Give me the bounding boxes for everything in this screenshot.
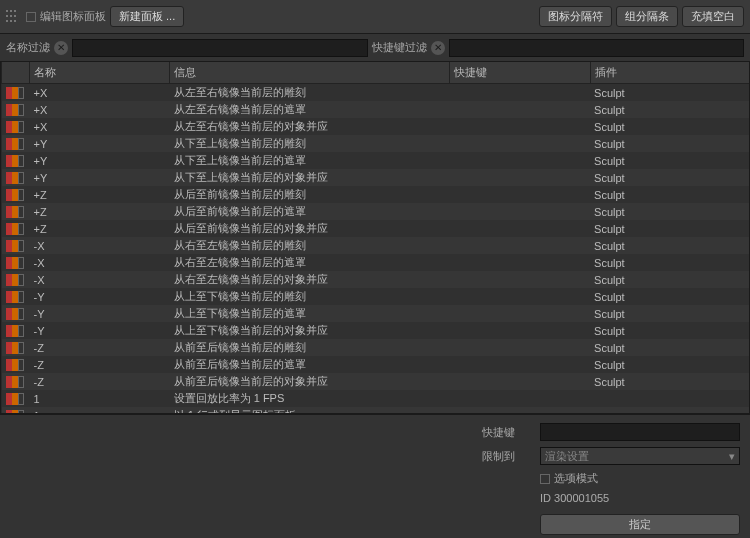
table-row[interactable]: -X从右至左镜像当前层的对象并应Sculpt命令 <box>2 271 751 288</box>
table-header-row: 名称 信息 快捷键 插件 类型 <box>2 62 751 84</box>
row-plugin <box>590 407 750 414</box>
row-icons <box>6 87 26 99</box>
row-name: +X <box>30 101 170 118</box>
table-row[interactable]: +Z从后至前镜像当前层的雕刻Sculpt命令 <box>2 186 751 203</box>
icon-separator-button[interactable]: 图标分隔符 <box>539 6 612 27</box>
table-row[interactable]: +X从左至右镜像当前层的雕刻Sculpt命令 <box>2 84 751 102</box>
row-info: 从左至右镜像当前层的对象并应 <box>170 118 450 135</box>
row-name: -X <box>30 237 170 254</box>
row-info: 从上至下镜像当前层的遮罩 <box>170 305 450 322</box>
row-key <box>450 169 590 186</box>
row-info: 从上至下镜像当前层的对象并应 <box>170 322 450 339</box>
col-plugin-header[interactable]: 插件 <box>590 62 750 84</box>
row-icons <box>6 138 26 150</box>
row-icons <box>6 240 26 252</box>
edit-panel-checkbox[interactable] <box>26 12 36 22</box>
clear-name-filter-icon[interactable]: ✕ <box>54 41 68 55</box>
row-plugin: Sculpt <box>590 373 750 390</box>
table-row[interactable]: +Y从下至上镜像当前层的对象并应Sculpt命令 <box>2 169 751 186</box>
row-plugin: Sculpt <box>590 118 750 135</box>
fill-space-button[interactable]: 充填空白 <box>682 6 744 27</box>
row-name: -Y <box>30 305 170 322</box>
col-info-header[interactable]: 信息 <box>170 62 450 84</box>
row-info: 从下至上镜像当前层的遮罩 <box>170 152 450 169</box>
row-info: 从下至上镜像当前层的对象并应 <box>170 169 450 186</box>
row-key <box>450 237 590 254</box>
row-plugin: Sculpt <box>590 288 750 305</box>
row-key <box>450 322 590 339</box>
row-key <box>450 118 590 135</box>
row-name: -Z <box>30 373 170 390</box>
name-filter-input[interactable] <box>72 39 368 57</box>
row-plugin: Sculpt <box>590 203 750 220</box>
row-plugin: Sculpt <box>590 169 750 186</box>
row-name: 1 <box>30 390 170 407</box>
row-name: -Y <box>30 322 170 339</box>
grip-icon[interactable] <box>6 10 20 24</box>
table-row[interactable]: -Y从上至下镜像当前层的雕刻Sculpt命令 <box>2 288 751 305</box>
table-row[interactable]: -Z从前至后镜像当前层的对象并应Sculpt命令 <box>2 373 751 390</box>
clear-key-filter-icon[interactable]: ✕ <box>431 41 445 55</box>
row-plugin: Sculpt <box>590 237 750 254</box>
row-icons <box>6 189 26 201</box>
row-icons <box>6 393 26 405</box>
col-key-header[interactable]: 快捷键 <box>450 62 590 84</box>
detail-restrict-select[interactable]: 渲染设置▾ <box>540 447 740 465</box>
table-row[interactable]: -Z从前至后镜像当前层的遮罩Sculpt命令 <box>2 356 751 373</box>
row-key <box>450 152 590 169</box>
row-plugin: Sculpt <box>590 152 750 169</box>
new-panel-button[interactable]: 新建面板 ... <box>110 6 184 27</box>
row-info: 从前至后镜像当前层的雕刻 <box>170 339 450 356</box>
filter-bar: 名称过滤 ✕ 快捷键过滤 ✕ <box>0 34 750 62</box>
command-table-scroll[interactable]: 名称 信息 快捷键 插件 类型 +X从左至右镜像当前层的雕刻Sculpt命令+X… <box>0 62 750 414</box>
row-icons <box>6 206 26 218</box>
table-row[interactable]: +X从左至右镜像当前层的遮罩Sculpt命令 <box>2 101 751 118</box>
detail-key-label: 快捷键 <box>482 425 532 440</box>
row-icons <box>6 155 26 167</box>
row-name: +Y <box>30 135 170 152</box>
row-name: -X <box>30 271 170 288</box>
row-icons <box>6 274 26 286</box>
table-row[interactable]: -Z从前至后镜像当前层的雕刻Sculpt命令 <box>2 339 751 356</box>
row-info: 从后至前镜像当前层的雕刻 <box>170 186 450 203</box>
table-row[interactable]: +Z从后至前镜像当前层的对象并应Sculpt命令 <box>2 220 751 237</box>
table-row[interactable]: -X从右至左镜像当前层的遮罩Sculpt命令 <box>2 254 751 271</box>
row-key <box>450 271 590 288</box>
command-table: 名称 信息 快捷键 插件 类型 +X从左至右镜像当前层的雕刻Sculpt命令+X… <box>1 62 750 414</box>
row-info: 以 1 行或列显示图标面板 <box>170 407 450 414</box>
row-key <box>450 220 590 237</box>
key-filter-input[interactable] <box>449 39 745 57</box>
row-plugin: Sculpt <box>590 322 750 339</box>
table-row[interactable]: -X从右至左镜像当前层的雕刻Sculpt命令 <box>2 237 751 254</box>
row-name: 1 <box>30 407 170 414</box>
table-row[interactable]: 1以 1 行或列显示图标面板命令 <box>2 407 751 414</box>
detail-restrict-label: 限制到 <box>482 449 532 464</box>
detail-key-input[interactable] <box>540 423 740 441</box>
assign-button[interactable]: 指定 <box>540 514 740 535</box>
table-row[interactable]: +Z从后至前镜像当前层的遮罩Sculpt命令 <box>2 203 751 220</box>
table-row[interactable]: +Y从下至上镜像当前层的遮罩Sculpt命令 <box>2 152 751 169</box>
row-icons <box>6 308 26 320</box>
row-key <box>450 305 590 322</box>
table-row[interactable]: -Y从上至下镜像当前层的对象并应Sculpt命令 <box>2 322 751 339</box>
row-plugin: Sculpt <box>590 305 750 322</box>
table-row[interactable]: -Y从上至下镜像当前层的遮罩Sculpt命令 <box>2 305 751 322</box>
col-icons-header[interactable] <box>2 62 30 84</box>
row-icons <box>6 223 26 235</box>
table-row[interactable]: +X从左至右镜像当前层的对象并应Sculpt命令 <box>2 118 751 135</box>
col-name-header[interactable]: 名称 <box>30 62 170 84</box>
row-plugin: Sculpt <box>590 254 750 271</box>
row-info: 从后至前镜像当前层的遮罩 <box>170 203 450 220</box>
group-separator-button[interactable]: 组分隔条 <box>616 6 678 27</box>
option-mode-checkbox[interactable] <box>540 474 550 484</box>
row-key <box>450 203 590 220</box>
detail-option-mode[interactable]: 选项模式 <box>540 471 740 486</box>
table-row[interactable]: 1设置回放比率为 1 FPS命令 <box>2 390 751 407</box>
row-key <box>450 186 590 203</box>
row-plugin: Sculpt <box>590 186 750 203</box>
row-name: -Z <box>30 339 170 356</box>
table-row[interactable]: +Y从下至上镜像当前层的雕刻Sculpt命令 <box>2 135 751 152</box>
row-icons <box>6 359 26 371</box>
row-name: +Z <box>30 186 170 203</box>
detail-id: ID 300001055 <box>540 492 740 504</box>
